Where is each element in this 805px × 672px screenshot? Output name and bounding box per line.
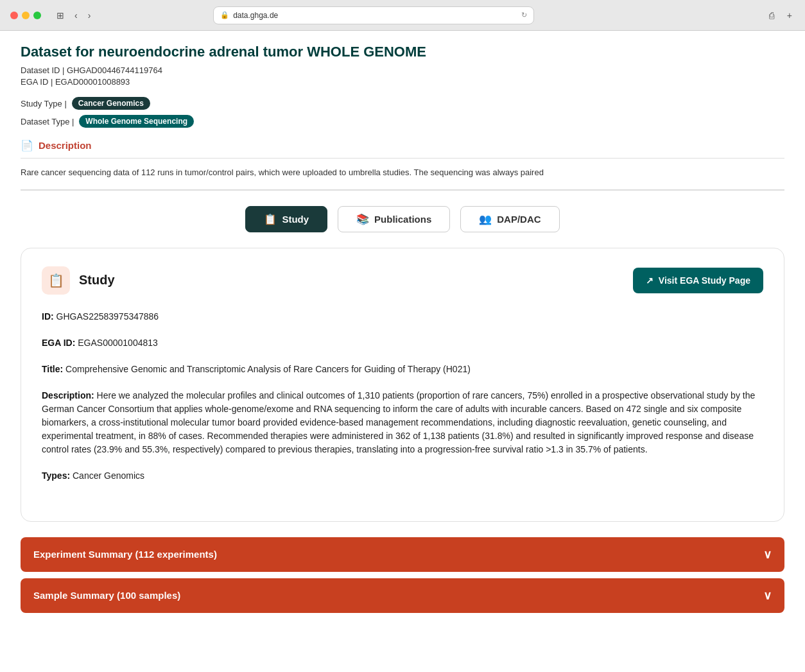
sample-chevron-icon: ∨: [763, 589, 772, 603]
visit-ega-study-button[interactable]: ↗ Visit EGA Study Page: [633, 268, 763, 293]
study-card-icon: 📋: [48, 273, 64, 288]
dataset-id: Dataset ID | GHGAD00446744119764: [21, 65, 784, 75]
study-title-field: Title: Comprehensive Genomic and Transcr…: [42, 363, 763, 376]
browser-actions: ⎙ +: [766, 9, 795, 22]
forward-button[interactable]: ›: [85, 9, 94, 22]
browser-controls: ⊞ ‹ ›: [54, 9, 93, 22]
study-type-row: Study Type | Cancer Genomics: [21, 97, 784, 110]
study-title-value: Comprehensive Genomic and Transcriptomic…: [65, 364, 471, 374]
study-types-value: Cancer Genomics: [73, 470, 144, 481]
study-card-icon-box: 📋: [42, 266, 70, 295]
experiment-summary-accordion[interactable]: Experiment Summary (112 experiments) ∨: [21, 537, 784, 572]
description-section-title: Description: [39, 140, 92, 151]
description-section-header: 📄 Description: [21, 139, 784, 151]
lock-icon: 🔒: [220, 11, 229, 19]
sample-summary-label: Sample Summary (100 samples): [33, 590, 180, 601]
study-type-label: Study Type |: [21, 99, 67, 108]
dap-dac-tab-label: DAP/DAC: [497, 214, 541, 225]
page-content: Dataset for neuroendocrine adrenal tumor…: [0, 31, 805, 672]
study-card-header: 📋 Study ↗ Visit EGA Study Page: [42, 266, 763, 295]
study-card-title: Study: [79, 273, 115, 288]
tab-navigation: 📋 Study 📚 Publications 👥 DAP/DAC: [21, 206, 784, 232]
study-tab-label: Study: [282, 214, 309, 225]
browser-chrome: ⊞ ‹ › 🔒 data.ghga.de ↻ ⎙ +: [0, 0, 805, 31]
description-text: Rare cancer sequencing data of 112 runs …: [21, 166, 784, 179]
ega-id: EGA ID | EGAD00001008893: [21, 77, 784, 87]
new-tab-button[interactable]: +: [784, 9, 795, 22]
close-traffic-light[interactable]: [10, 12, 18, 19]
dataset-type-label: Dataset Type |: [21, 117, 74, 126]
study-description-value: Here we analyzed the molecular profiles …: [42, 390, 755, 454]
address-bar[interactable]: 🔒 data.ghga.de ↻: [213, 6, 534, 24]
study-tab-icon: 📋: [264, 213, 277, 225]
traffic-lights: [10, 12, 41, 19]
study-ega-id-label: EGA ID:: [42, 338, 75, 348]
study-card-title-row: 📋 Study: [42, 266, 115, 295]
study-title-label: Title:: [42, 364, 63, 374]
sidebar-toggle-button[interactable]: ⊞: [54, 9, 67, 22]
url-text: data.ghga.de: [233, 11, 278, 20]
study-id-field: ID: GHGAS22583975347886: [42, 310, 763, 323]
study-id-value: GHGAS22583975347886: [56, 311, 159, 322]
sample-summary-header[interactable]: Sample Summary (100 samples) ∨: [21, 578, 784, 613]
publications-tab-label: Publications: [374, 214, 431, 225]
dataset-type-badge: Whole Genome Sequencing: [79, 115, 194, 128]
study-type-badge: Cancer Genomics: [72, 97, 150, 110]
tab-study[interactable]: 📋 Study: [245, 206, 327, 232]
meta-block: Study Type | Cancer Genomics Dataset Typ…: [21, 97, 784, 128]
visit-btn-label: Visit EGA Study Page: [659, 275, 750, 286]
share-button[interactable]: ⎙: [766, 9, 777, 22]
back-button[interactable]: ‹: [72, 9, 80, 22]
tab-dap-dac[interactable]: 👥 DAP/DAC: [460, 206, 559, 232]
study-ega-id-value: EGAS00001004813: [78, 338, 158, 348]
reload-icon[interactable]: ↻: [521, 11, 527, 19]
study-id-label: ID:: [42, 311, 54, 322]
dataset-title: Dataset for neuroendocrine adrenal tumor…: [21, 44, 784, 60]
study-types-label: Types:: [42, 470, 70, 481]
tab-publications[interactable]: 📚 Publications: [338, 206, 450, 232]
publications-tab-icon: 📚: [356, 213, 369, 225]
experiment-chevron-icon: ∨: [763, 547, 772, 562]
experiment-summary-header[interactable]: Experiment Summary (112 experiments) ∨: [21, 537, 784, 572]
dataset-type-row: Dataset Type | Whole Genome Sequencing: [21, 115, 784, 128]
experiment-summary-label: Experiment Summary (112 experiments): [33, 549, 217, 560]
minimize-traffic-light[interactable]: [22, 12, 30, 19]
study-description-field: Description: Here we analyzed the molecu…: [42, 389, 763, 456]
dap-dac-tab-icon: 👥: [479, 213, 492, 225]
divider-bottom: [21, 189, 784, 191]
study-description-label: Description:: [42, 390, 94, 401]
description-icon: 📄: [21, 139, 33, 151]
external-link-icon: ↗: [646, 275, 654, 286]
study-types-field: Types: Cancer Genomics: [42, 469, 763, 483]
study-card: 📋 Study ↗ Visit EGA Study Page ID: GHGAS…: [21, 248, 784, 522]
divider-top: [21, 158, 784, 159]
sample-summary-accordion[interactable]: Sample Summary (100 samples) ∨: [21, 578, 784, 613]
study-ega-id-field: EGA ID: EGAS00001004813: [42, 336, 763, 350]
fullscreen-traffic-light[interactable]: [33, 12, 41, 19]
